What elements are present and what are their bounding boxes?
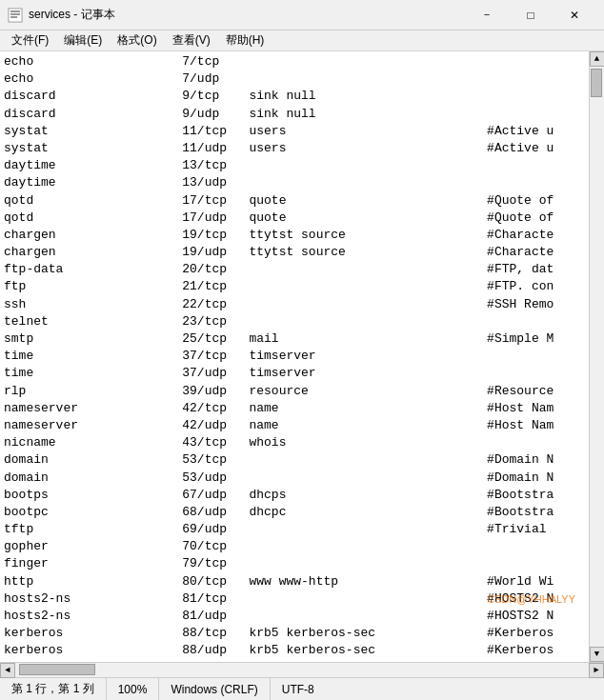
menu-edit[interactable]: 编辑(E) — [56, 30, 110, 50]
text-content[interactable]: echo 7/tcp echo 7/udp discard 9/tcp sink… — [4, 53, 600, 660]
scroll-h-track[interactable] — [15, 663, 589, 677]
encoding: UTF-8 — [271, 678, 326, 700]
scroll-h-thumb[interactable] — [19, 664, 95, 675]
scroll-right-button[interactable]: ► — [589, 663, 604, 678]
menu-bar: 文件(F) 编辑(E) 格式(O) 查看(V) 帮助(H) — [0, 30, 604, 51]
scroll-up-button[interactable]: ▲ — [590, 51, 605, 67]
vertical-scrollbar[interactable]: ▲ ▼ — [589, 51, 604, 662]
scroll-track[interactable] — [590, 67, 604, 647]
window-controls: － □ ✕ — [465, 0, 596, 30]
app-icon — [8, 8, 23, 23]
minimize-button[interactable]: － — [465, 0, 509, 30]
title-bar: services - 记事本 － □ ✕ — [0, 0, 604, 30]
cursor-position: 第 1 行，第 1 列 — [0, 678, 107, 700]
menu-file[interactable]: 文件(F) — [4, 30, 56, 50]
status-bar: 第 1 行，第 1 列 100% Windows (CRLF) UTF-8 — [0, 677, 604, 700]
scroll-thumb[interactable] — [591, 69, 602, 97]
maximize-button[interactable]: □ — [509, 0, 553, 30]
scroll-down-button[interactable]: ▼ — [590, 647, 605, 662]
line-ending: Windows (CRLF) — [159, 678, 270, 700]
scroll-left-button[interactable]: ◄ — [0, 663, 15, 678]
horizontal-scrollbar[interactable]: ◄ ► — [0, 662, 604, 677]
window-title: services - 记事本 — [29, 7, 465, 23]
editor-content[interactable]: echo 7/tcp echo 7/udp discard 9/tcp sink… — [0, 51, 604, 662]
editor-container: echo 7/tcp echo 7/udp discard 9/tcp sink… — [0, 51, 604, 677]
svg-rect-0 — [9, 9, 22, 22]
zoom-level: 100% — [107, 678, 160, 700]
close-button[interactable]: ✕ — [553, 0, 596, 30]
menu-view[interactable]: 查看(V) — [165, 30, 218, 50]
menu-help[interactable]: 帮助(H) — [218, 30, 272, 50]
menu-format[interactable]: 格式(O) — [110, 30, 164, 50]
